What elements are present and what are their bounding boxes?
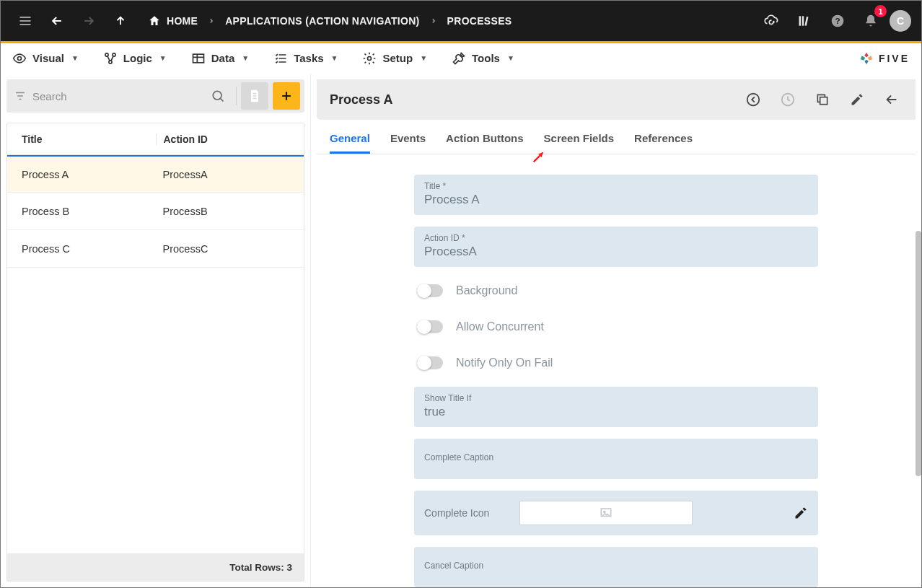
menu-tools-label: Tools: [472, 52, 500, 64]
filter-icon[interactable]: [14, 89, 27, 102]
checklist-icon: [273, 51, 288, 66]
pencil-icon: [850, 92, 864, 107]
menu-toggle-button[interactable]: [11, 6, 40, 35]
svg-text:?: ?: [835, 16, 840, 25]
field-title[interactable]: Title * Process A: [414, 175, 818, 215]
brand-mark-icon: [859, 51, 874, 66]
breadcrumb-home[interactable]: HOME: [142, 14, 203, 27]
menu-visual[interactable]: Visual ▼: [12, 51, 79, 66]
tab-screen-fields[interactable]: Screen Fields: [544, 132, 615, 154]
complete-icon-preview: [519, 501, 693, 525]
complete-icon-edit-button[interactable]: [794, 506, 808, 520]
document-button[interactable]: [241, 82, 268, 110]
svg-rect-0: [799, 16, 802, 25]
breadcrumb-separator: [205, 17, 218, 25]
total-rows-label: Total Rows: 3: [229, 562, 292, 573]
help-icon: ?: [830, 14, 845, 28]
detail-title: Process A: [330, 92, 392, 107]
menu-setup[interactable]: Setup ▼: [362, 51, 427, 66]
svg-point-12: [747, 94, 760, 106]
breadcrumb-processes[interactable]: PROCESSES: [442, 15, 518, 27]
history-button[interactable]: [774, 86, 802, 113]
field-complete-caption[interactable]: Complete Caption: [414, 439, 818, 479]
svg-rect-9: [193, 54, 203, 63]
add-button[interactable]: [273, 82, 300, 110]
chevron-down-icon: ▼: [420, 54, 427, 62]
column-actionid-header[interactable]: Action ID: [156, 133, 304, 145]
field-action-id[interactable]: Action ID * ProcessA: [414, 227, 818, 267]
nav-forward-button[interactable]: [74, 6, 103, 35]
menu-data-label: Data: [211, 52, 235, 64]
arrow-left-thin-icon: [884, 92, 900, 107]
toggle-notify-fail-label: Notify Only On Fail: [456, 356, 553, 369]
tab-action-buttons[interactable]: Action Buttons: [446, 132, 523, 154]
svg-rect-1: [802, 16, 804, 25]
field-title-value: Process A: [424, 193, 808, 207]
detail-header: Process A: [317, 79, 916, 120]
edit-button[interactable]: [843, 86, 871, 113]
brand-logo: FIVE: [859, 51, 910, 66]
library-button[interactable]: [790, 6, 819, 35]
tab-references[interactable]: References: [634, 132, 693, 154]
document-icon: [247, 89, 262, 103]
list-row[interactable]: Process B ProcessB: [7, 193, 304, 230]
column-title-header[interactable]: Title: [7, 133, 156, 145]
field-cancel-caption[interactable]: Cancel Caption: [414, 547, 818, 587]
chevron-down-icon: ▼: [159, 54, 167, 62]
toggle-allow-concurrent: Allow Concurrent: [414, 315, 818, 339]
field-show-title-if-label: Show Title If: [424, 393, 808, 403]
list-cell-title: Process A: [7, 169, 156, 180]
divider: [236, 87, 237, 105]
plus-icon: [279, 89, 294, 103]
list-header: Title Action ID: [7, 123, 304, 155]
hamburger-icon: [18, 14, 32, 28]
notifications-button[interactable]: 1: [856, 6, 885, 35]
tab-general[interactable]: General: [330, 132, 370, 154]
field-complete-icon: Complete Icon: [414, 491, 818, 535]
breadcrumb-applications[interactable]: APPLICATIONS (ACTION NAVIGATION): [219, 15, 425, 27]
toggle-notify-fail-switch[interactable]: [417, 356, 443, 369]
gear-icon: [362, 51, 377, 66]
clock-icon: [780, 92, 796, 107]
search-input[interactable]: [31, 89, 200, 103]
help-button[interactable]: ?: [823, 6, 852, 35]
scrollbar-thumb[interactable]: [916, 231, 921, 476]
user-avatar[interactable]: C: [890, 10, 911, 32]
nav-back-button[interactable]: [43, 6, 71, 35]
list-row[interactable]: Process A ProcessA: [7, 155, 304, 193]
list-pane: Title Action ID Process A ProcessA Proce…: [1, 74, 311, 587]
list-body: Process A ProcessA Process B ProcessB Pr…: [7, 155, 304, 553]
menu-list: Visual ▼ Logic ▼ Data ▼ Tasks ▼ Setup ▼ …: [12, 51, 514, 66]
list-cell-actionid: ProcessB: [156, 206, 304, 217]
toggle-background-switch[interactable]: [417, 284, 443, 297]
chevron-right-icon: [208, 17, 215, 25]
menu-tools[interactable]: Tools ▼: [452, 51, 514, 66]
menu-setup-label: Setup: [382, 52, 413, 64]
field-cancel-caption-label: Cancel Caption: [424, 561, 808, 571]
avatar-initial: C: [897, 15, 904, 27]
toggle-notify-fail: Notify Only On Fail: [414, 351, 818, 375]
chevron-down-icon: ▼: [331, 54, 338, 62]
svg-rect-14: [820, 97, 827, 105]
menu-visual-label: Visual: [32, 52, 64, 64]
field-show-title-if[interactable]: Show Title If true: [414, 387, 818, 427]
cloud-sync-button[interactable]: [757, 6, 786, 35]
arrow-right-icon: [82, 14, 96, 28]
menu-data[interactable]: Data ▼: [191, 51, 249, 66]
tab-events[interactable]: Events: [390, 132, 426, 154]
menu-tasks[interactable]: Tasks ▼: [273, 51, 338, 66]
menu-logic[interactable]: Logic ▼: [103, 51, 167, 66]
search-toolbar: [6, 79, 304, 113]
topbar-left: HOME APPLICATIONS (ACTION NAVIGATION) PR…: [11, 6, 517, 35]
toggle-allow-concurrent-switch[interactable]: [417, 320, 443, 333]
copy-button[interactable]: [809, 86, 836, 113]
list-row[interactable]: Process C ProcessC: [7, 230, 304, 268]
chevron-right-icon: [430, 17, 437, 25]
image-placeholder-icon: [598, 506, 614, 519]
form-scroll[interactable]: Title * Process A Action ID * ProcessA B…: [317, 154, 916, 587]
nav-up-button[interactable]: [106, 6, 135, 35]
field-complete-icon-label: Complete Icon: [424, 507, 504, 519]
back-arrow-button[interactable]: [878, 86, 905, 113]
revert-button[interactable]: [739, 86, 767, 113]
search-button[interactable]: [204, 82, 232, 110]
